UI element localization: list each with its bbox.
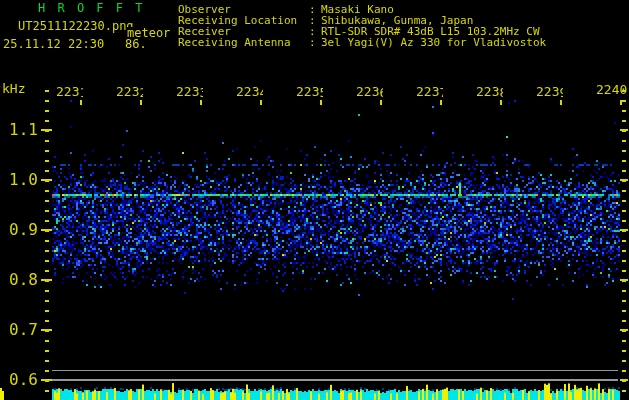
freq-tick-label: 0.6	[0, 372, 38, 388]
hrofft-screen: H R O F F T UT2511122230.png meteor 25.1…	[0, 0, 629, 400]
time-tick-label: 2231	[56, 83, 83, 98]
output-filename: UT2511122230.png	[18, 20, 134, 33]
freq-tick-label: 0.8	[0, 272, 38, 288]
time-tick-label: 2240	[596, 83, 627, 96]
time-tick-label: 2237	[416, 83, 443, 98]
time-tick-label: 2232	[116, 83, 143, 98]
header-label-antenna: Receiving Antenna	[178, 37, 291, 49]
header-value-antenna: 3el Yagi(V) Az 330 for Vladivostok	[321, 37, 546, 49]
app-title: H R O F F T	[38, 2, 145, 15]
freq-tick-label: 1.0	[0, 172, 38, 188]
datetime-label: 25.11.12 22:30	[3, 38, 104, 51]
time-tick-label: 2234	[236, 83, 263, 98]
freq-tick-label: 0.9	[0, 222, 38, 238]
freq-tick-label: 0.7	[0, 322, 38, 338]
time-tick-label: 2239	[536, 83, 563, 98]
time-tick-label: 2238	[476, 83, 503, 98]
time-tick-label: 2236	[356, 83, 383, 98]
spectrogram-canvas	[0, 0, 629, 400]
echo-count: 86.	[125, 38, 147, 51]
header-colon: :	[309, 37, 316, 49]
freq-axis-unit: kHz	[2, 82, 25, 96]
freq-tick-label: 1.1	[0, 122, 38, 138]
time-tick-label: 2233	[176, 83, 203, 98]
time-tick-label: 2235	[296, 83, 323, 98]
